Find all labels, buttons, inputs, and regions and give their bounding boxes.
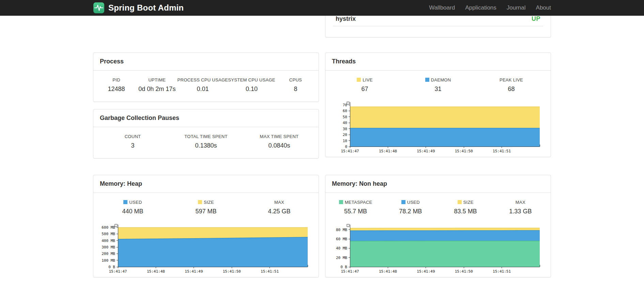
svg-text:20: 20 bbox=[343, 133, 347, 137]
process-stats: PID 12488 UPTIME 0d 0h 2m 17s PROCESS CP… bbox=[93, 71, 319, 102]
svg-text:200 MB: 200 MB bbox=[102, 252, 115, 256]
main-content: hystrix UP Process PID 12488 UPTIME bbox=[93, 16, 551, 277]
gc-panel-title: Garbage Collection Pauses bbox=[93, 109, 319, 127]
application-name: hystrix bbox=[336, 15, 356, 22]
memory-nonheap-title: Memory: Non heap bbox=[325, 175, 551, 193]
threads-chart-wrap: 01020304050607015:41:4715:41:4815:41:491… bbox=[325, 102, 551, 157]
page: Spring Boot Admin Wallboard Applications… bbox=[0, 0, 644, 304]
heap-size-color-swatch bbox=[198, 200, 202, 204]
legend-heap-used: USED 440 MB bbox=[96, 200, 169, 215]
svg-text:300 MB: 300 MB bbox=[102, 245, 115, 249]
row-1: Process PID 12488 UPTIME 0d 0h 2m 17s PR… bbox=[93, 52, 551, 158]
svg-text:40 MB: 40 MB bbox=[336, 246, 347, 250]
nonheap-used-color-swatch bbox=[401, 200, 405, 204]
legend-nonheap-size: SIZE 83.5 MB bbox=[438, 200, 493, 215]
svg-text:600 MB: 600 MB bbox=[102, 225, 115, 230]
svg-text:50: 50 bbox=[343, 115, 347, 119]
threads-chart: 01020304050607015:41:4715:41:4815:41:491… bbox=[330, 102, 542, 155]
svg-text:15:41:48: 15:41:48 bbox=[147, 269, 165, 274]
threads-panel: Threads LIVE 67 DAEMON 31 PEAK LIVE 68 bbox=[325, 52, 551, 157]
column-right: Threads LIVE 67 DAEMON 31 PEAK LIVE 68 bbox=[325, 52, 551, 158]
svg-text:15:41:49: 15:41:49 bbox=[185, 269, 203, 274]
memory-nonheap-legend: METASPACE 55.7 MB USED 78.2 MB SIZE 83.5… bbox=[325, 193, 551, 224]
svg-text:15:41:50: 15:41:50 bbox=[455, 149, 473, 153]
svg-text:0 B: 0 B bbox=[108, 265, 115, 269]
svg-text:15:41:47: 15:41:47 bbox=[341, 269, 359, 274]
column-right-2: Memory: Non heap METASPACE 55.7 MB USED … bbox=[325, 175, 551, 277]
heap-used-color-swatch bbox=[123, 200, 127, 204]
nav-item-wallboard[interactable]: Wallboard bbox=[419, 4, 455, 11]
process-panel-title: Process bbox=[93, 53, 319, 71]
navbar: Spring Boot Admin Wallboard Applications… bbox=[0, 0, 644, 16]
brand-title: Spring Boot Admin bbox=[108, 3, 184, 13]
svg-text:15:41:50: 15:41:50 bbox=[223, 269, 241, 274]
svg-text:40: 40 bbox=[343, 121, 347, 125]
memory-heap-panel: Memory: Heap USED 440 MB SIZE 597 MB MAX bbox=[93, 175, 319, 277]
svg-text:15:41:47: 15:41:47 bbox=[109, 269, 127, 274]
nav-item-applications[interactable]: Applications bbox=[455, 4, 496, 11]
nav-links: Wallboard Applications Journal About bbox=[419, 4, 551, 11]
gc-panel: Garbage Collection Pauses COUNT 3 TOTAL … bbox=[93, 109, 319, 158]
svg-text:80 MB: 80 MB bbox=[336, 228, 347, 232]
svg-text:20 MB: 20 MB bbox=[336, 256, 347, 260]
nonheap-chart-wrap: 0 B20 MB40 MB60 MB80 MB15:41:4715:41:481… bbox=[325, 224, 551, 277]
app-logo-icon bbox=[93, 2, 105, 14]
metaspace-color-swatch bbox=[339, 200, 343, 204]
nonheap-size-color-swatch bbox=[458, 200, 462, 204]
daemon-color-swatch bbox=[425, 78, 429, 82]
svg-text:15:41:51: 15:41:51 bbox=[493, 269, 511, 274]
live-color-swatch bbox=[357, 78, 361, 82]
memory-heap-title: Memory: Heap bbox=[93, 175, 319, 193]
column-left: Process PID 12488 UPTIME 0d 0h 2m 17s PR… bbox=[93, 52, 319, 158]
nav-item-about[interactable]: About bbox=[526, 4, 551, 11]
gc-stats: COUNT 3 TOTAL TIME SPENT 0.1380s MAX TIM… bbox=[93, 127, 319, 158]
svg-text:15:41:49: 15:41:49 bbox=[417, 149, 435, 153]
stat-gc-count: COUNT 3 bbox=[96, 134, 169, 149]
process-panel: Process PID 12488 UPTIME 0d 0h 2m 17s PR… bbox=[93, 52, 319, 102]
stat-cpus: CPUS 8 bbox=[275, 77, 316, 93]
stat-system-cpu-usage: SYSTEM CPU USAGE 0.10 bbox=[228, 77, 275, 93]
legend-live: LIVE 67 bbox=[328, 77, 401, 93]
heap-chart-wrap: 0 B100 MB200 MB300 MB400 MB500 MB600 MB1… bbox=[93, 224, 319, 277]
legend-nonheap-used: USED 78.2 MB bbox=[383, 200, 438, 215]
stat-gc-total-time: TOTAL TIME SPENT 0.1380s bbox=[169, 134, 243, 149]
svg-text:15:41:50: 15:41:50 bbox=[455, 269, 473, 274]
svg-text:400 MB: 400 MB bbox=[102, 239, 115, 243]
svg-text:60: 60 bbox=[343, 109, 347, 113]
svg-text:15:41:47: 15:41:47 bbox=[341, 149, 359, 153]
svg-text:0 B: 0 B bbox=[340, 265, 347, 269]
legend-nonheap-max: MAX 1.33 GB bbox=[493, 200, 548, 215]
svg-text:70: 70 bbox=[343, 103, 347, 107]
column-left-2: Memory: Heap USED 440 MB SIZE 597 MB MAX bbox=[93, 175, 319, 277]
svg-text:15:41:49: 15:41:49 bbox=[417, 269, 435, 274]
svg-text:60 MB: 60 MB bbox=[336, 237, 347, 241]
legend-peak-live: PEAK LIVE 68 bbox=[475, 77, 548, 93]
legend-heap-size: SIZE 597 MB bbox=[169, 200, 243, 215]
memory-heap-legend: USED 440 MB SIZE 597 MB MAX 4.25 GB bbox=[93, 193, 319, 224]
legend-heap-max: MAX 4.25 GB bbox=[243, 200, 316, 215]
application-status-badge: UP bbox=[532, 15, 540, 22]
svg-text:15:41:51: 15:41:51 bbox=[261, 269, 279, 274]
svg-text:100 MB: 100 MB bbox=[102, 258, 115, 263]
memory-heap-chart: 0 B100 MB200 MB300 MB400 MB500 MB600 MB1… bbox=[98, 224, 310, 275]
stat-pid: PID 12488 bbox=[96, 77, 137, 93]
svg-text:30: 30 bbox=[343, 127, 347, 131]
threads-panel-title: Threads bbox=[325, 53, 551, 71]
memory-nonheap-panel: Memory: Non heap METASPACE 55.7 MB USED … bbox=[325, 175, 551, 277]
app-brand[interactable]: Spring Boot Admin bbox=[93, 2, 184, 14]
svg-text:0: 0 bbox=[345, 145, 347, 149]
svg-text:500 MB: 500 MB bbox=[102, 232, 115, 236]
stat-uptime: UPTIME 0d 0h 2m 17s bbox=[137, 77, 177, 93]
nav-item-journal[interactable]: Journal bbox=[496, 4, 526, 11]
stat-gc-max-time: MAX TIME SPENT 0.0840s bbox=[243, 134, 316, 149]
stat-process-cpu-usage: PROCESS CPU USAGE 0.01 bbox=[177, 77, 228, 93]
memory-nonheap-chart: 0 B20 MB40 MB60 MB80 MB15:41:4715:41:481… bbox=[330, 224, 542, 275]
legend-metaspace: METASPACE 55.7 MB bbox=[328, 200, 383, 215]
svg-text:15:41:51: 15:41:51 bbox=[493, 149, 511, 153]
svg-text:15:41:48: 15:41:48 bbox=[379, 269, 397, 274]
row-2: Memory: Heap USED 440 MB SIZE 597 MB MAX bbox=[93, 175, 551, 277]
legend-daemon: DAEMON 31 bbox=[401, 77, 475, 93]
threads-legend: LIVE 67 DAEMON 31 PEAK LIVE 68 bbox=[325, 71, 551, 102]
navbar-inner: Spring Boot Admin Wallboard Applications… bbox=[93, 0, 551, 16]
svg-text:10: 10 bbox=[343, 139, 347, 143]
